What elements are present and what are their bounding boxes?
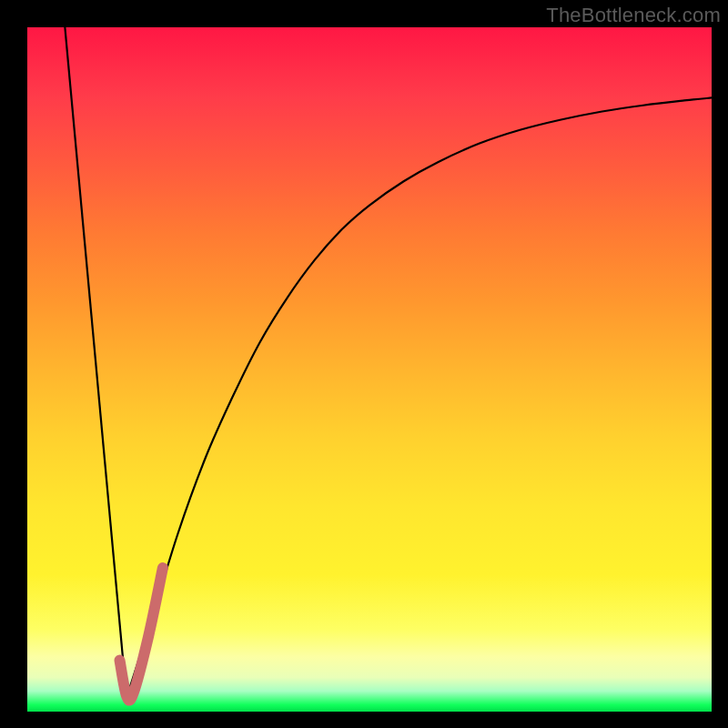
series-main-curve	[126, 97, 712, 698]
watermark-text: TheBottleneck.com	[546, 4, 721, 27]
chart-plot-area	[27, 27, 712, 712]
series-highlight-segment	[120, 568, 163, 700]
chart-svg	[27, 27, 712, 712]
series-left-descender	[65, 27, 126, 698]
